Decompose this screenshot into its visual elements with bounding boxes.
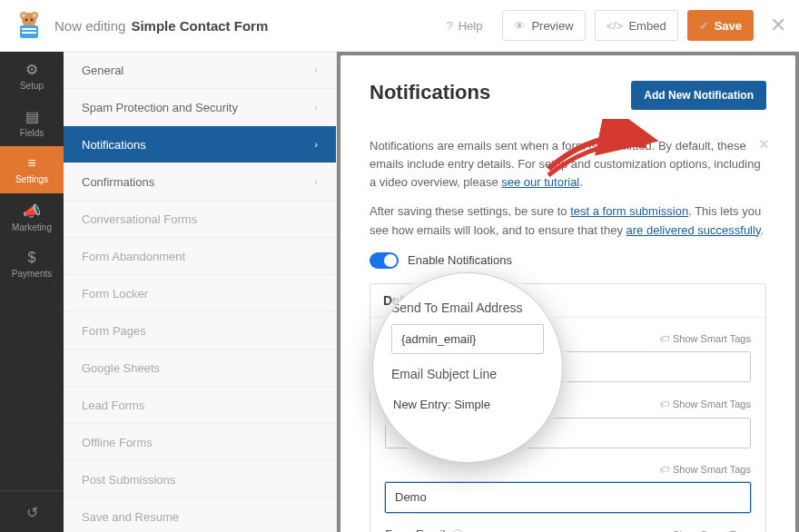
- add-new-notification-button[interactable]: Add New Notification: [631, 81, 766, 110]
- check-icon: ✓: [699, 19, 709, 33]
- smart-tags-toggle[interactable]: 🏷Show Smart Tags: [659, 464, 751, 475]
- tutorial-link[interactable]: see our tutorial: [501, 175, 579, 189]
- history-icon: ↺: [26, 504, 38, 521]
- submenu-locker[interactable]: Form Locker: [64, 275, 336, 312]
- tag-icon: 🏷: [659, 399, 669, 409]
- subject-label: Email Subject Line: [385, 397, 483, 410]
- nav-history[interactable]: ↺: [0, 490, 64, 532]
- submenu-confirmations[interactable]: Confirmations›: [64, 163, 336, 201]
- embed-button[interactable]: </>Embed: [595, 10, 678, 41]
- submenu-offline[interactable]: Offline Forms: [64, 424, 336, 461]
- main-area: Notifications Add New Notification ✕ Not…: [337, 52, 799, 532]
- sliders-icon: ≡: [27, 155, 35, 172]
- preview-button[interactable]: 👁Preview: [502, 10, 585, 41]
- gear-icon: ⚙: [25, 61, 38, 78]
- help-icon[interactable]: ⓘ: [449, 528, 462, 532]
- dismiss-info-icon[interactable]: ✕: [758, 133, 770, 154]
- enable-notifications-label: Enable Notifications: [408, 253, 512, 267]
- submenu-pages[interactable]: Form Pages: [64, 312, 336, 350]
- panel-title: Notifications: [370, 81, 490, 104]
- submenu-notifications[interactable]: Notifications›: [64, 126, 336, 163]
- left-nav: ⚙Setup ▤Fields ≡Settings 📣Marketing $Pay…: [0, 52, 64, 532]
- form-name: Simple Contact Form: [131, 18, 268, 34]
- close-icon[interactable]: ✕: [770, 14, 786, 37]
- nav-marketing[interactable]: 📣Marketing: [0, 193, 64, 241]
- submenu-general[interactable]: General›: [64, 52, 336, 89]
- tag-icon: 🏷: [659, 333, 669, 344]
- help-icon[interactable]: ⓘ: [487, 398, 500, 410]
- save-button[interactable]: ✓Save: [687, 10, 754, 41]
- chevron-right-icon: ›: [314, 176, 318, 187]
- enable-notifications-toggle[interactable]: [370, 252, 399, 269]
- help-button[interactable]: ?Help: [435, 10, 493, 41]
- svg-rect-7: [22, 32, 36, 34]
- help-icon: ?: [446, 19, 452, 33]
- chevron-right-icon: ›: [314, 102, 318, 113]
- nav-fields[interactable]: ▤Fields: [0, 99, 64, 146]
- submenu-spam[interactable]: Spam Protection and Security›: [64, 89, 336, 126]
- chevron-right-icon: ›: [314, 139, 318, 150]
- test-submission-link[interactable]: test a form submission: [570, 204, 688, 218]
- svg-point-4: [33, 14, 36, 17]
- from-name-input[interactable]: [385, 418, 751, 448]
- code-icon: </>: [607, 19, 624, 33]
- card-title: Default Notification: [370, 284, 765, 318]
- svg-point-3: [22, 14, 25, 17]
- submenu-conversational[interactable]: Conversational Forms: [64, 201, 336, 238]
- nav-setup[interactable]: ⚙Setup: [0, 52, 64, 99]
- chevron-right-icon: ›: [314, 64, 318, 75]
- info-box: ✕ Notifications are emails sent when a f…: [370, 137, 766, 240]
- nav-settings[interactable]: ≡Settings: [0, 146, 64, 193]
- settings-submenu: General› Spam Protection and Security› N…: [64, 52, 337, 532]
- svg-point-9: [31, 19, 34, 22]
- send-to-input[interactable]: [385, 351, 751, 382]
- svg-rect-6: [22, 28, 36, 30]
- submenu-post[interactable]: Post Submissions: [64, 461, 336, 498]
- megaphone-icon: 📣: [23, 202, 41, 220]
- submenu-save-resume[interactable]: Save and Resume: [64, 498, 336, 532]
- eye-icon: 👁: [514, 19, 526, 33]
- topbar: Now editing Simple Contact Form ?Help 👁P…: [0, 0, 799, 52]
- smart-tags-toggle[interactable]: 🏷Show Smart Tags: [659, 333, 751, 344]
- from-email-label: From Email: [385, 527, 445, 532]
- submenu-leads[interactable]: Lead Forms: [64, 387, 336, 424]
- delivery-link[interactable]: are delivered successfully: [626, 223, 761, 237]
- svg-point-8: [25, 19, 28, 22]
- subject-input[interactable]: [385, 482, 751, 513]
- submenu-sheets[interactable]: Google Sheets: [64, 350, 336, 387]
- tag-icon: 🏷: [659, 464, 669, 475]
- form-title: Now editing Simple Contact Form: [54, 18, 426, 34]
- submenu-abandonment[interactable]: Form Abandonment: [64, 238, 336, 275]
- dollar-icon: $: [28, 250, 36, 266]
- send-to-label: Send To Email Address: [385, 332, 507, 346]
- fields-icon: ▤: [25, 108, 39, 125]
- nav-payments[interactable]: $Payments: [0, 241, 64, 288]
- smart-tags-toggle[interactable]: 🏷Show Smart Tags: [659, 399, 751, 409]
- wpforms-mascot-icon: [13, 9, 45, 42]
- from-name-label: [385, 463, 389, 477]
- notifications-panel: Notifications Add New Notification ✕ Not…: [340, 55, 795, 532]
- editing-prefix: Now editing: [54, 18, 125, 34]
- notification-card: Default Notification Send To Email Addre…: [370, 283, 766, 532]
